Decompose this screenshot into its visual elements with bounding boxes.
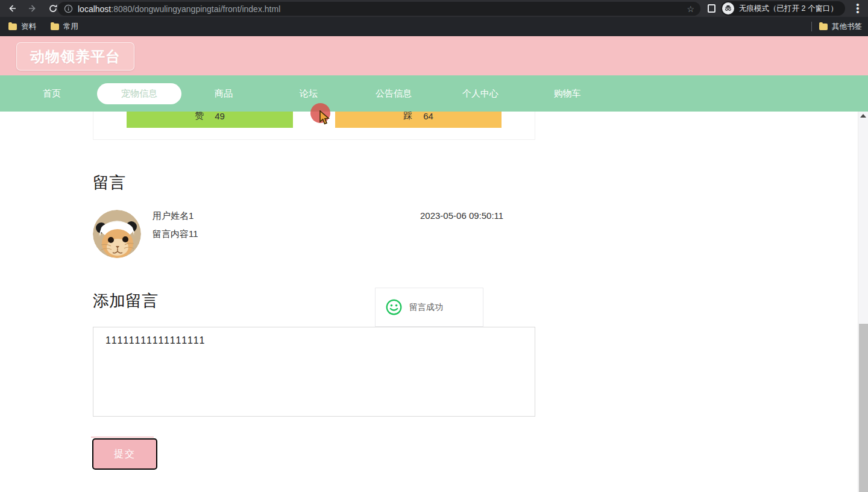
url-text: localhost:8080/dongwulingyangpingtai/fro…: [78, 4, 280, 14]
url-path: :8080/dongwulingyangpingtai/front/index.…: [111, 4, 280, 14]
page-info-icon[interactable]: [64, 4, 73, 13]
dislike-label: 踩: [403, 112, 412, 122]
main-nav: 首页 宠物信息 商品 论坛 公告信息 个人中心 购物车: [0, 75, 868, 112]
nav-item-notice[interactable]: 公告信息: [370, 75, 418, 112]
folder-icon: [8, 24, 17, 30]
menu-kebab-icon[interactable]: •••: [856, 3, 860, 14]
bookmark-folder-ziliao[interactable]: 资料: [8, 22, 36, 32]
nav-item-goods[interactable]: 商品: [206, 75, 242, 112]
scrollbar-thumb[interactable]: [859, 324, 868, 492]
scrollbar-up-arrow[interactable]: [860, 114, 866, 118]
comment-time: 2023-05-06 09:50:11: [420, 210, 503, 221]
comment-user: 用户姓名1: [153, 210, 193, 222]
back-icon[interactable]: [4, 1, 20, 16]
like-button[interactable]: 赞 49: [127, 112, 293, 128]
bookmark-folder-changyong[interactable]: 常用: [51, 22, 78, 32]
browser-toolbar: localhost:8080/dongwulingyangpingtai/fro…: [0, 0, 868, 17]
incognito-badge: 无痕模式（已打开 2 个窗口）: [721, 1, 845, 16]
avatar: [93, 210, 141, 258]
site-header: 动物领养平台: [0, 36, 868, 75]
comment-textarea[interactable]: 11111111111111111: [93, 327, 535, 417]
tab-switcher-icon[interactable]: [708, 4, 715, 13]
other-bookmarks-label: 其他书签: [832, 22, 862, 32]
site-logo[interactable]: 动物领养平台: [16, 42, 134, 71]
bookmark-star-icon[interactable]: ☆: [687, 4, 694, 14]
url-host: localhost: [78, 4, 111, 14]
nav-item-pet-info-active[interactable]: 宠物信息: [97, 83, 181, 104]
dislike-count: 64: [423, 112, 433, 121]
nav-item-cart[interactable]: 购物车: [546, 75, 588, 112]
mouse-cursor-icon: [318, 110, 331, 128]
nav-item-home[interactable]: 首页: [34, 75, 70, 112]
dislike-button[interactable]: 踩 64: [335, 112, 502, 128]
submit-button[interactable]: 提交: [92, 438, 157, 470]
comment-content: 留言内容11: [153, 229, 198, 240]
success-toast: 留言成功: [375, 288, 483, 327]
folder-icon: [819, 24, 828, 30]
bookmark-label: 资料: [21, 22, 36, 32]
bookmarks-divider: [811, 22, 812, 31]
page-content: 赞 49 踩 64 留言 用户姓名1 留言内容11 2023-05-06 09:…: [0, 112, 858, 492]
scrollbar[interactable]: [858, 112, 868, 492]
address-bar[interactable]: localhost:8080/dongwulingyangpingtai/fro…: [58, 2, 700, 16]
forward-icon[interactable]: [24, 1, 41, 16]
other-bookmarks[interactable]: 其他书签: [819, 22, 862, 32]
like-label: 赞: [195, 112, 204, 122]
site-title: 动物领养平台: [30, 47, 121, 66]
bookmark-label: 常用: [63, 22, 78, 32]
bookmarks-bar: 资料 常用 其他书签: [0, 17, 868, 36]
smiley-success-icon: [386, 299, 402, 315]
comments-heading: 留言: [93, 172, 125, 194]
nav-item-personal-center[interactable]: 个人中心: [456, 75, 505, 112]
incognito-label: 无痕模式（已打开 2 个窗口）: [739, 4, 838, 14]
folder-icon: [51, 24, 59, 30]
incognito-icon: [722, 2, 734, 14]
submit-button-outline: [91, 437, 154, 438]
add-comment-heading: 添加留言: [93, 290, 158, 312]
toast-message: 留言成功: [409, 302, 443, 313]
like-count: 49: [215, 112, 225, 121]
